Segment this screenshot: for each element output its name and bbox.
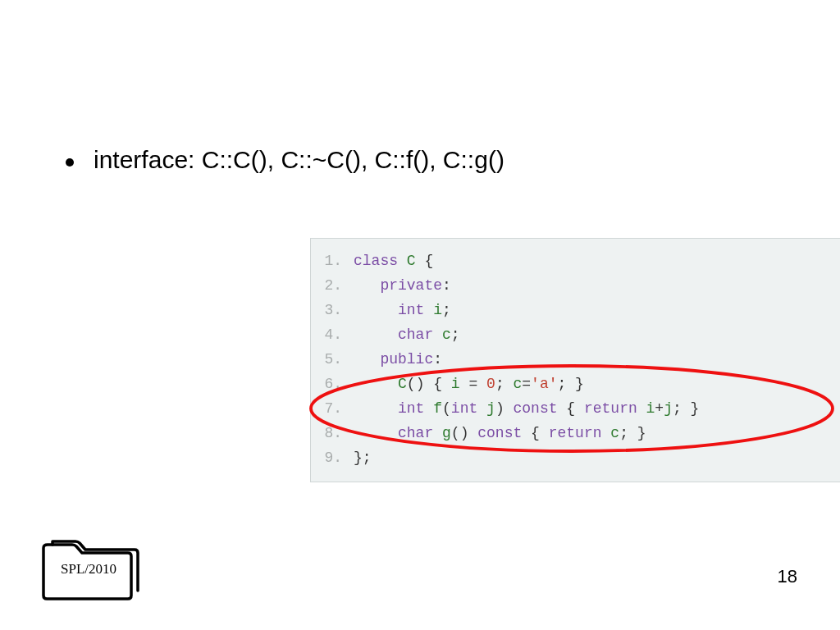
code-content: char c; [354, 322, 460, 347]
bullet-dot-icon [66, 158, 74, 167]
page-number: 18 [778, 566, 797, 587]
code-content: char g() const { return c; } [354, 421, 646, 445]
code-line: 6. C() { i = 0; c='a'; } [317, 372, 829, 396]
code-content: int f(int j) const { return i+j; } [354, 396, 699, 421]
line-number: 8. [317, 421, 342, 445]
code-line: 7. int f(int j) const { return i+j; } [317, 396, 829, 421]
line-number: 3. [317, 298, 342, 322]
code-content: public: [354, 347, 442, 372]
line-number: 4. [317, 322, 342, 347]
bullet-text: interface: C::C(), C::~C(), C::f(), C::g… [94, 146, 504, 174]
folder-icon: SPL/2010 [31, 523, 146, 605]
folder-label: SPL/2010 [61, 561, 116, 578]
code-line: 3. int i; [317, 298, 829, 322]
code-content: private: [354, 273, 451, 298]
line-number: 5. [317, 347, 342, 372]
code-line: 5. public: [317, 347, 829, 372]
line-number: 2. [317, 273, 342, 298]
code-block: 1.class C {2. private:3. int i;4. char c… [310, 238, 840, 482]
bullet-item: interface: C::C(), C::~C(), C::f(), C::g… [66, 146, 807, 174]
code-line: 2. private: [317, 273, 829, 298]
code-content: C() { i = 0; c='a'; } [354, 372, 584, 396]
line-number: 7. [317, 396, 342, 421]
line-number: 1. [317, 249, 342, 273]
code-line: 9.}; [317, 445, 829, 470]
line-number: 6. [317, 372, 342, 396]
code-content: class C { [354, 249, 433, 273]
code-content: int i; [354, 298, 451, 322]
code-line: 4. char c; [317, 322, 829, 347]
code-line: 1.class C { [317, 249, 829, 273]
line-number: 9. [317, 445, 342, 470]
code-content: }; [354, 445, 372, 470]
code-line: 8. char g() const { return c; } [317, 421, 829, 445]
slide: interface: C::C(), C::~C(), C::f(), C::g… [0, 0, 840, 630]
